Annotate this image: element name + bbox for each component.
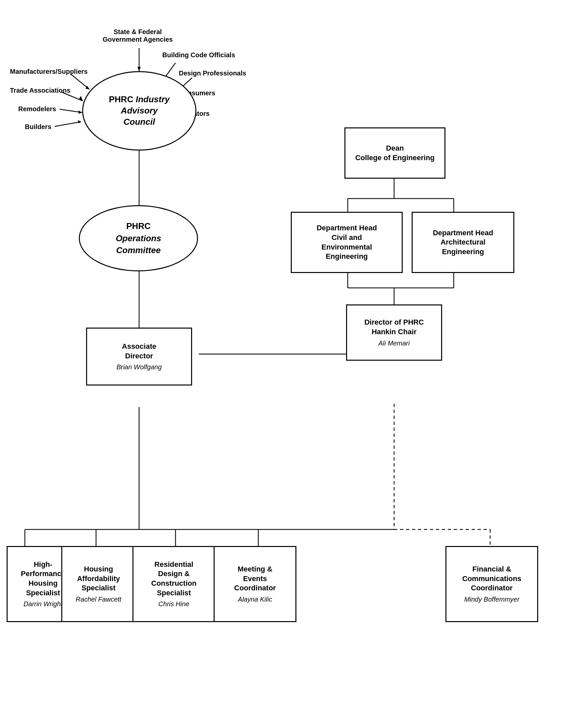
housing-afford-box: HousingAffordabilitySpecialist Rachel Fa… (61, 546, 136, 622)
fin-title: Financial &CommunicationsCoordinator (462, 565, 521, 593)
builders-label: Builders (25, 123, 51, 131)
fin-name: Mindy Boffemmyer (464, 595, 520, 604)
rd-title: ResidentialDesign &ConstructionSpecialis… (151, 560, 197, 598)
residential-box: ResidentialDesign &ConstructionSpecialis… (132, 546, 215, 622)
svg-marker-17 (78, 120, 81, 123)
svg-marker-1 (137, 67, 141, 71)
assoc-dir-title: AssociateDirector (122, 342, 156, 361)
dean-box: Dean College of Engineering (345, 127, 446, 179)
hp-name: Darrin Wright (23, 600, 63, 608)
industry-advisory-council: PHRC IndustryAdvisoryCouncil (82, 71, 196, 151)
director-name: Ali Memari (379, 339, 410, 347)
meeting-events-box: Meeting &EventsCoordinator Alayna Kilic (213, 546, 297, 622)
svg-marker-11 (85, 86, 89, 89)
dept-civil-box: Department HeadCivil andEnvironmentalEng… (291, 212, 403, 273)
svg-line-16 (55, 122, 81, 126)
svg-line-10 (71, 74, 89, 89)
ha-name: Rachel Fawcett (76, 595, 121, 604)
design-prof-label: Design Professionals (179, 69, 246, 77)
dept-arch-title: Department HeadArchitecturalEngineering (433, 228, 493, 257)
manufacturers-label: Manufacturers/Suppliers (10, 68, 88, 75)
iac-title: PHRC IndustryAdvisoryCouncil (109, 94, 169, 127)
assoc-dir-name: Brian Wolfgang (117, 363, 162, 371)
dept-arch-box: Department HeadArchitecturalEngineering (412, 212, 514, 273)
director-title: Director of PHRCHankin Chair (364, 318, 424, 337)
assoc-director-box: AssociateDirector Brian Wolfgang (86, 328, 192, 386)
dean-title: Dean (386, 144, 404, 153)
ops-title: PHRCOperationsCommittee (116, 220, 161, 256)
rd-name: Chris Hine (158, 600, 189, 608)
svg-marker-15 (78, 111, 82, 114)
me-title: Meeting &EventsCoordinator (234, 565, 276, 593)
director-box: Director of PHRCHankin Chair Ali Memari (346, 304, 442, 361)
me-name: Alayna Kilic (238, 595, 272, 604)
org-chart: State & FederalGovernment Agencies Build… (0, 0, 563, 728)
operations-committee: PHRCOperationsCommittee (79, 205, 198, 271)
trade-assoc-label: Trade Associations (10, 87, 70, 94)
svg-line-14 (60, 109, 82, 113)
ha-title: HousingAffordabilitySpecialist (77, 565, 120, 593)
dept-civil-title: Department HeadCivil andEnvironmentalEng… (317, 223, 377, 261)
financial-box: Financial &CommunicationsCoordinator Min… (446, 546, 538, 622)
remodelers-label: Remodelers (18, 105, 56, 113)
dean-subtitle: College of Engineering (355, 153, 435, 163)
building-code-label: Building Code Officials (162, 51, 235, 59)
hp-title: High-PerformanceHousingSpecialist (21, 560, 66, 598)
svg-marker-13 (79, 96, 83, 101)
state-federal-label: State & FederalGovernment Agencies (103, 28, 173, 43)
